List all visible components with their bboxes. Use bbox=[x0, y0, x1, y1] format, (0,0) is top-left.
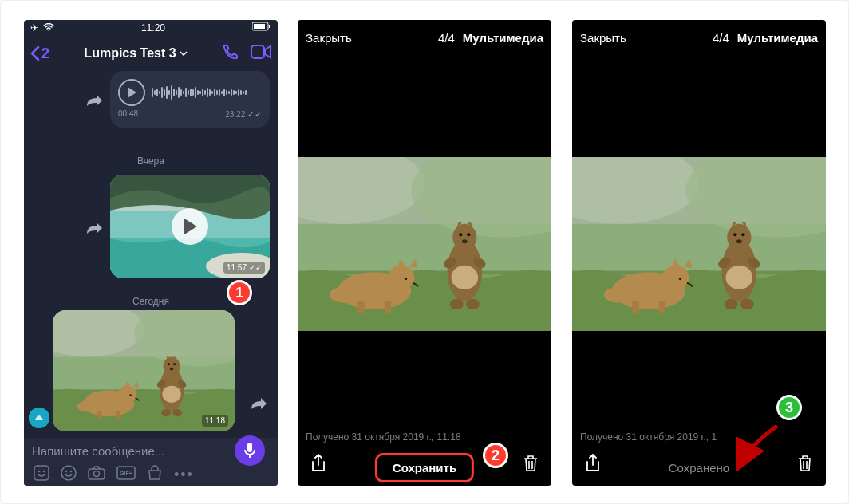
received-meta: Получено 31 октября 2019 г., 1 bbox=[580, 431, 818, 443]
forward-icon[interactable] bbox=[86, 222, 102, 238]
audio-duration: 23:22 bbox=[225, 110, 245, 119]
read-receipt-icon: ✓✓ bbox=[249, 263, 262, 272]
viewer-image[interactable] bbox=[298, 157, 551, 331]
svg-rect-29 bbox=[251, 45, 264, 58]
status-time: 11:20 bbox=[141, 22, 165, 33]
received-meta: Получено 31 октября 2019 г., 11:18 bbox=[306, 431, 543, 443]
back-count: 2 bbox=[41, 45, 49, 62]
chat-header: 2 Lumpics Test 3 bbox=[24, 36, 278, 71]
share-icon[interactable] bbox=[310, 454, 326, 476]
emoji-icon[interactable] bbox=[61, 465, 77, 485]
forward-icon[interactable] bbox=[251, 398, 267, 414]
back-button[interactable]: 2 bbox=[30, 45, 49, 62]
audio-play-icon[interactable] bbox=[118, 79, 145, 106]
svg-point-35 bbox=[61, 466, 76, 480]
media-viewer-save: Закрыть 4/4Мультимедиа Получено 31 октяб… bbox=[298, 20, 551, 486]
wifi-icon bbox=[43, 22, 54, 33]
video-time: 11:57 bbox=[227, 263, 247, 272]
gif-icon[interactable]: GIF+ bbox=[116, 466, 136, 484]
chevron-down-icon bbox=[180, 51, 188, 56]
status-bar: ✈ 11:20 bbox=[24, 20, 278, 36]
voice-call-icon[interactable] bbox=[222, 43, 239, 64]
audio-waveform bbox=[152, 83, 262, 102]
chat-screen: ✈ 11:20 2 Lumpics Test 3 bbox=[24, 20, 278, 486]
svg-text:GIF+: GIF+ bbox=[120, 471, 132, 476]
audio-message[interactable]: 00:48 23:22 ✓✓ bbox=[110, 71, 270, 128]
multimedia-button[interactable]: Мультимедиа bbox=[463, 31, 543, 45]
viewer-header: Закрыть 4/4Мультимедиа bbox=[572, 20, 826, 55]
delete-icon[interactable] bbox=[797, 455, 813, 475]
svg-point-33 bbox=[38, 470, 41, 472]
viewer-image[interactable] bbox=[572, 157, 826, 331]
avatar[interactable] bbox=[29, 408, 49, 428]
svg-point-36 bbox=[65, 470, 68, 472]
svg-point-37 bbox=[70, 470, 73, 472]
chat-title[interactable]: Lumpics Test 3 bbox=[84, 46, 187, 61]
audio-position: 00:48 bbox=[118, 109, 138, 120]
step-badge-3: 3 bbox=[776, 395, 802, 420]
photo-message[interactable]: 11:18 bbox=[53, 310, 235, 431]
video-message[interactable]: 11:57✓✓ bbox=[110, 175, 270, 278]
compose-bar: Напишите сообщение... GIF+ ••• bbox=[24, 438, 278, 486]
step-badge-2: 2 bbox=[483, 443, 508, 468]
svg-point-34 bbox=[43, 470, 45, 472]
sticker-icon[interactable] bbox=[34, 465, 49, 485]
video-call-icon[interactable] bbox=[251, 45, 271, 62]
svg-rect-32 bbox=[34, 466, 49, 480]
svg-rect-31 bbox=[247, 443, 252, 452]
message-input[interactable]: Напишите сообщение... bbox=[32, 444, 235, 458]
airplane-mode-icon: ✈ bbox=[30, 22, 38, 33]
close-button[interactable]: Закрыть bbox=[580, 31, 626, 45]
media-counter: 4/4 bbox=[438, 31, 455, 45]
forward-icon[interactable] bbox=[86, 95, 102, 111]
svg-rect-27 bbox=[254, 24, 265, 29]
chat-body: 00:48 23:22 ✓✓ Вчера 11:57✓✓ Се bbox=[24, 71, 278, 438]
mic-button[interactable] bbox=[235, 435, 265, 466]
read-receipt-icon: ✓✓ bbox=[247, 109, 262, 119]
save-button[interactable]: Сохранить bbox=[378, 456, 471, 479]
close-button[interactable]: Закрыть bbox=[306, 31, 352, 45]
delete-icon[interactable] bbox=[523, 455, 539, 475]
share-icon[interactable] bbox=[585, 454, 601, 476]
step-badge-1: 1 bbox=[227, 280, 252, 305]
viewer-header: Закрыть 4/4Мультимедиа bbox=[298, 20, 551, 55]
camera-icon[interactable] bbox=[88, 466, 105, 484]
photo-time: 11:18 bbox=[205, 416, 225, 425]
battery-icon bbox=[252, 22, 271, 33]
media-counter: 4/4 bbox=[713, 31, 729, 45]
date-separator: Вчера bbox=[24, 156, 278, 167]
svg-point-39 bbox=[94, 471, 100, 476]
saved-label: Сохранено bbox=[669, 461, 729, 474]
multimedia-button[interactable]: Мультимедиа bbox=[737, 31, 818, 45]
svg-rect-28 bbox=[269, 25, 270, 28]
more-icon[interactable]: ••• bbox=[174, 467, 194, 483]
shop-icon[interactable] bbox=[147, 465, 163, 485]
video-play-icon[interactable] bbox=[172, 208, 208, 245]
